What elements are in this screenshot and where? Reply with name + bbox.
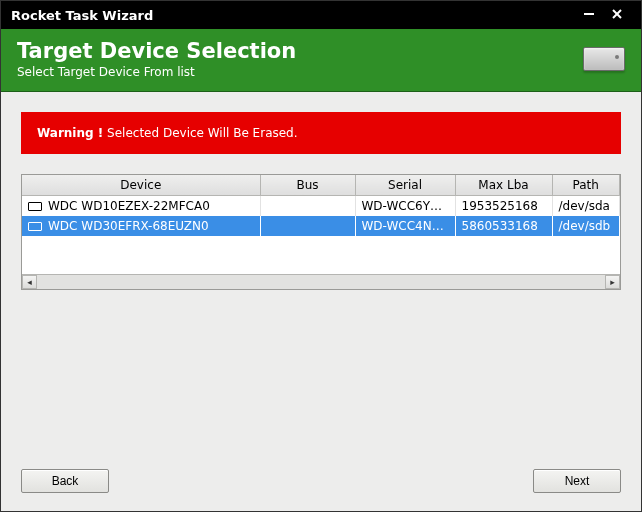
cell-bus bbox=[260, 196, 355, 217]
device-table: Device Bus Serial Max Lba Path WDC WD10E… bbox=[22, 175, 620, 236]
cell-maxlba: 5860533168 bbox=[455, 216, 552, 236]
cell-path: /dev/sda bbox=[552, 196, 620, 217]
col-bus[interactable]: Bus bbox=[260, 175, 355, 196]
cell-bus bbox=[260, 216, 355, 236]
drive-icon bbox=[583, 47, 625, 71]
scroll-left-button[interactable]: ◂ bbox=[22, 275, 37, 289]
hdd-icon bbox=[28, 202, 42, 211]
table-header-row: Device Bus Serial Max Lba Path bbox=[22, 175, 620, 196]
wizard-footer: Back Next bbox=[1, 455, 641, 511]
col-serial[interactable]: Serial bbox=[355, 175, 455, 196]
table-row[interactable]: WDC WD10EZEX-22MFCA0 WD-WCC6Y3… 19535251… bbox=[22, 196, 620, 217]
wizard-header: Target Device Selection Select Target De… bbox=[1, 29, 641, 92]
content-area: Warning ! Selected Device Will Be Erased… bbox=[1, 92, 641, 455]
window-title: Rocket Task Wizard bbox=[11, 8, 153, 23]
cell-device: WDC WD30EFRX-68EUZN0 bbox=[48, 219, 209, 233]
minimize-button[interactable] bbox=[575, 7, 603, 23]
cell-serial: WD-WCC6Y3… bbox=[355, 196, 455, 217]
titlebar: Rocket Task Wizard bbox=[1, 1, 641, 29]
col-device[interactable]: Device bbox=[22, 175, 260, 196]
close-button[interactable] bbox=[603, 7, 631, 23]
back-button[interactable]: Back bbox=[21, 469, 109, 493]
cell-device: WDC WD10EZEX-22MFCA0 bbox=[48, 199, 210, 213]
cell-maxlba: 1953525168 bbox=[455, 196, 552, 217]
cell-path: /dev/sdb bbox=[552, 216, 620, 236]
page-subtitle: Select Target Device From list bbox=[17, 65, 583, 79]
col-maxlba[interactable]: Max Lba bbox=[455, 175, 552, 196]
col-path[interactable]: Path bbox=[552, 175, 620, 196]
warning-banner: Warning ! Selected Device Will Be Erased… bbox=[21, 112, 621, 154]
page-title: Target Device Selection bbox=[17, 39, 583, 63]
device-table-body: WDC WD10EZEX-22MFCA0 WD-WCC6Y3… 19535251… bbox=[22, 196, 620, 237]
hdd-icon bbox=[28, 222, 42, 231]
horizontal-scrollbar[interactable]: ◂ ▸ bbox=[22, 274, 620, 289]
device-table-container: Device Bus Serial Max Lba Path WDC WD10E… bbox=[21, 174, 621, 290]
next-button[interactable]: Next bbox=[533, 469, 621, 493]
warning-label: Warning ! bbox=[37, 126, 103, 140]
cell-serial: WD-WCC4N3… bbox=[355, 216, 455, 236]
scroll-right-button[interactable]: ▸ bbox=[605, 275, 620, 289]
table-row[interactable]: WDC WD30EFRX-68EUZN0 WD-WCC4N3… 58605331… bbox=[22, 216, 620, 236]
warning-text: Selected Device Will Be Erased. bbox=[103, 126, 297, 140]
window: Rocket Task Wizard Target Device Selecti… bbox=[0, 0, 642, 512]
